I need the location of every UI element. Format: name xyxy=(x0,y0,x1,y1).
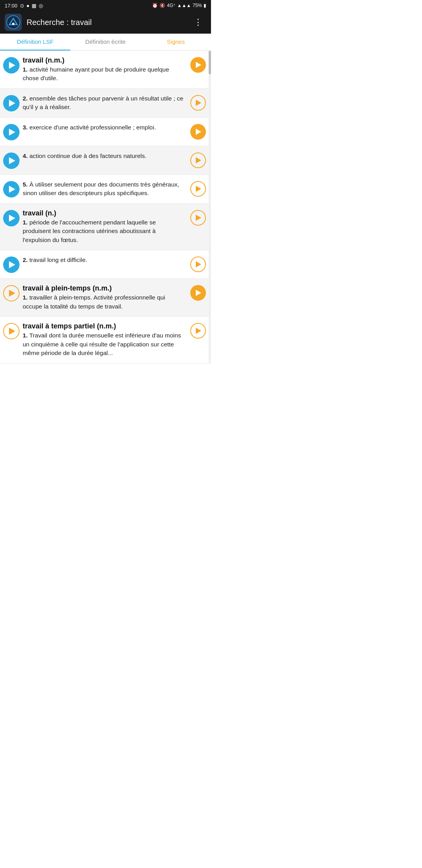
entry-content: travail à temps partiel (n.m.)1. Travail… xyxy=(23,322,185,357)
tab-definition-ecrite[interactable]: Définition écrite xyxy=(70,34,141,50)
play-left-button[interactable] xyxy=(3,181,20,197)
list-item: 2. travail long et difficile. xyxy=(0,250,211,279)
play-right-button[interactable] xyxy=(190,124,206,140)
entry-number: 1. xyxy=(23,66,28,73)
entry-content: 3. exercice d'une activité professionnel… xyxy=(23,123,185,132)
play-left-button[interactable] xyxy=(3,323,20,339)
play-right-triangle xyxy=(196,261,201,267)
play-right-button[interactable] xyxy=(190,152,206,168)
entry-number: 2. xyxy=(23,95,28,102)
play-right-area xyxy=(188,322,208,339)
play-right-area xyxy=(188,180,208,197)
play-left-button[interactable] xyxy=(3,95,20,111)
entry-definition: 2. ensemble des tâches pour parvenir à u… xyxy=(23,94,185,112)
play-right-button[interactable] xyxy=(190,256,206,272)
header: Recherche : travail ⋮ xyxy=(0,11,211,34)
play-circle-outline xyxy=(3,323,20,339)
play-right-button[interactable] xyxy=(190,95,206,111)
play-triangle xyxy=(9,186,15,193)
play-circle-blue xyxy=(3,57,20,74)
play-right-triangle xyxy=(196,129,201,135)
icon-signal: ▲▲▲ xyxy=(177,3,191,8)
entry-definition: 5. À utiliser seulement pour des documen… xyxy=(23,180,185,198)
entry-definition: 2. travail long et difficile. xyxy=(23,256,185,264)
list-item: travail (n.m.)1. activité humaine ayant … xyxy=(0,51,211,89)
tab-signes[interactable]: Signes xyxy=(141,34,211,50)
entry-content: 4. action continue due à des facteurs na… xyxy=(23,152,185,160)
status-bar: 17:00 ⊙ ● ▦ ◎ ⏰ 🔇 4G⁺ ▲▲▲ 75% ▮ xyxy=(0,0,211,11)
play-left-button[interactable] xyxy=(3,124,20,140)
entry-definition: 1. période de l'accouchement pendant laq… xyxy=(23,218,185,244)
play-right-area xyxy=(188,256,208,272)
play-right-area xyxy=(188,56,208,73)
tab-definition-lsf[interactable]: Définition LSF xyxy=(0,34,70,50)
search-title: Recherche : travail xyxy=(27,18,191,27)
entry-definition: 4. action continue due à des facteurs na… xyxy=(23,152,185,160)
entry-content: travail à plein-temps (n.m.)1. travaille… xyxy=(23,284,185,311)
icon-whatsapp: ● xyxy=(27,3,30,9)
battery-percent: 75% xyxy=(193,3,202,8)
play-triangle xyxy=(9,261,15,268)
play-circle-blue xyxy=(3,181,20,197)
play-circle-blue xyxy=(3,256,20,273)
entry-number: 1. xyxy=(23,332,28,339)
play-left-button[interactable] xyxy=(3,256,20,273)
status-time: 17:00 xyxy=(5,3,18,9)
play-left-button[interactable] xyxy=(3,57,20,74)
play-right-button[interactable] xyxy=(190,285,206,301)
scrollbar-thumb[interactable] xyxy=(209,51,211,74)
entries-list: travail (n.m.)1. activité humaine ayant … xyxy=(0,51,211,364)
entry-group-title: travail (n.m.) xyxy=(23,56,185,65)
entry-content: travail (n.)1. période de l'accouchement… xyxy=(23,209,185,244)
icon-dnd: ⊙ xyxy=(20,3,24,9)
play-right-area xyxy=(188,284,208,301)
icon-gallery: ▦ xyxy=(32,3,36,9)
play-left-button[interactable] xyxy=(3,152,20,169)
play-right-area xyxy=(188,209,208,226)
play-right-button[interactable] xyxy=(190,323,206,339)
play-circle-blue xyxy=(3,95,20,111)
play-triangle xyxy=(9,157,15,164)
play-left-button[interactable] xyxy=(3,285,20,301)
list-item: 4. action continue due à des facteurs na… xyxy=(0,146,211,175)
icon-battery: ▮ xyxy=(204,3,206,8)
play-right-button[interactable] xyxy=(190,181,206,197)
play-circle-blue xyxy=(3,124,20,140)
list-item: 5. À utiliser seulement pour des documen… xyxy=(0,175,211,204)
entry-group-title: travail (n.) xyxy=(23,209,185,217)
list-item: travail (n.)1. période de l'accouchement… xyxy=(0,204,211,250)
play-circle-blue xyxy=(3,210,20,226)
status-time-area: 17:00 ⊙ ● ▦ ◎ xyxy=(5,3,43,9)
play-right-triangle xyxy=(196,186,201,192)
play-left-button[interactable] xyxy=(3,210,20,226)
play-right-area xyxy=(188,123,208,140)
scrollbar-track[interactable] xyxy=(209,51,211,364)
play-right-triangle xyxy=(196,290,201,296)
entry-definition: 1. activité humaine ayant pour but de pr… xyxy=(23,65,185,83)
play-triangle-outline xyxy=(9,290,15,297)
play-circle-blue xyxy=(3,152,20,169)
icon-4g: 4G⁺ xyxy=(167,3,175,8)
svg-point-2 xyxy=(12,23,14,25)
entry-definition: 1. Travail dont la durée mensuelle est i… xyxy=(23,331,185,357)
play-triangle xyxy=(9,100,15,107)
entry-content: 2. ensemble des tâches pour parvenir à u… xyxy=(23,94,185,112)
list-item: travail à plein-temps (n.m.)1. travaille… xyxy=(0,279,211,317)
entry-number: 4. xyxy=(23,152,28,159)
entry-definition: 1. travailler à plein-temps. Activité pr… xyxy=(23,293,185,311)
menu-button[interactable]: ⋮ xyxy=(191,16,206,29)
entry-content: 5. À utiliser seulement pour des documen… xyxy=(23,180,185,198)
entry-group-title: travail à temps partiel (n.m.) xyxy=(23,322,185,330)
play-right-button[interactable] xyxy=(190,57,206,73)
play-right-button[interactable] xyxy=(190,210,206,226)
list-item: travail à temps partiel (n.m.)1. Travail… xyxy=(0,317,211,363)
play-triangle xyxy=(9,215,15,222)
icon-alarm: ⏰ xyxy=(152,3,158,8)
entry-group-title: travail à plein-temps (n.m.) xyxy=(23,284,185,292)
entry-content: 2. travail long et difficile. xyxy=(23,256,185,264)
entry-content: travail (n.m.)1. activité humaine ayant … xyxy=(23,56,185,83)
play-right-triangle xyxy=(196,157,201,163)
icon-mute: 🔇 xyxy=(159,3,165,8)
entry-definition: 3. exercice d'une activité professionnel… xyxy=(23,123,185,132)
play-right-triangle xyxy=(196,215,201,221)
